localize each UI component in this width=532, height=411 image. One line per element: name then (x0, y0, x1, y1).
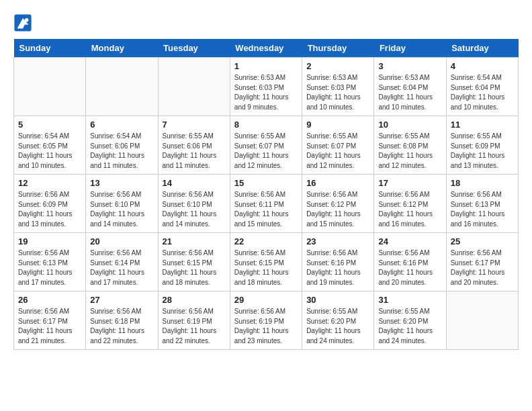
day-number: 27 (90, 295, 153, 305)
day-info: Sunrise: 6:56 AM Sunset: 6:17 PM Dayligh… (18, 307, 81, 346)
calendar-cell: 13Sunrise: 6:56 AM Sunset: 6:10 PM Dayli… (86, 175, 158, 233)
logo-icon (13, 13, 32, 32)
calendar-body: 1Sunrise: 6:53 AM Sunset: 6:03 PM Daylig… (14, 58, 519, 350)
calendar-cell: 25Sunrise: 6:56 AM Sunset: 6:17 PM Dayli… (446, 233, 518, 291)
calendar-cell: 21Sunrise: 6:56 AM Sunset: 6:15 PM Dayli… (158, 233, 230, 291)
day-number: 16 (306, 178, 369, 188)
calendar-cell: 23Sunrise: 6:56 AM Sunset: 6:16 PM Dayli… (302, 233, 374, 291)
day-info: Sunrise: 6:55 AM Sunset: 6:06 PM Dayligh… (163, 132, 226, 171)
day-number: 19 (18, 236, 81, 246)
calendar-cell: 27Sunrise: 6:56 AM Sunset: 6:18 PM Dayli… (86, 291, 158, 350)
calendar-cell: 29Sunrise: 6:56 AM Sunset: 6:19 PM Dayli… (230, 291, 302, 350)
calendar-cell (446, 291, 518, 350)
day-number: 12 (18, 178, 81, 188)
day-info: Sunrise: 6:56 AM Sunset: 6:15 PM Dayligh… (163, 248, 226, 287)
day-number: 5 (18, 120, 81, 130)
day-info: Sunrise: 6:56 AM Sunset: 6:19 PM Dayligh… (234, 307, 298, 346)
logo (13, 13, 35, 32)
calendar-cell: 1Sunrise: 6:53 AM Sunset: 6:03 PM Daylig… (230, 58, 302, 116)
day-info: Sunrise: 6:56 AM Sunset: 6:09 PM Dayligh… (18, 190, 81, 229)
calendar-cell: 14Sunrise: 6:56 AM Sunset: 6:10 PM Dayli… (158, 175, 230, 233)
day-info: Sunrise: 6:56 AM Sunset: 6:19 PM Dayligh… (163, 307, 226, 346)
day-info: Sunrise: 6:54 AM Sunset: 6:05 PM Dayligh… (18, 132, 81, 171)
calendar-cell: 7Sunrise: 6:55 AM Sunset: 6:06 PM Daylig… (158, 116, 230, 175)
day-number: 15 (234, 178, 298, 188)
weekday-header: Saturday (446, 39, 518, 58)
calendar-cell: 24Sunrise: 6:56 AM Sunset: 6:16 PM Dayli… (374, 233, 446, 291)
day-number: 23 (306, 236, 369, 246)
day-info: Sunrise: 6:56 AM Sunset: 6:18 PM Dayligh… (90, 307, 153, 346)
day-info: Sunrise: 6:56 AM Sunset: 6:10 PM Dayligh… (90, 190, 153, 229)
day-number: 9 (306, 120, 369, 130)
calendar-cell: 5Sunrise: 6:54 AM Sunset: 6:05 PM Daylig… (14, 116, 86, 175)
day-number: 20 (90, 236, 153, 246)
calendar-cell: 11Sunrise: 6:55 AM Sunset: 6:09 PM Dayli… (446, 116, 518, 175)
day-number: 25 (451, 236, 514, 246)
day-number: 10 (378, 120, 441, 130)
calendar-cell (86, 58, 158, 116)
calendar-cell (158, 58, 230, 116)
calendar-cell: 17Sunrise: 6:56 AM Sunset: 6:12 PM Dayli… (374, 175, 446, 233)
calendar-cell: 6Sunrise: 6:54 AM Sunset: 6:06 PM Daylig… (86, 116, 158, 175)
day-info: Sunrise: 6:56 AM Sunset: 6:12 PM Dayligh… (306, 190, 369, 229)
day-info: Sunrise: 6:55 AM Sunset: 6:07 PM Dayligh… (234, 132, 298, 171)
day-info: Sunrise: 6:56 AM Sunset: 6:17 PM Dayligh… (451, 248, 514, 287)
day-number: 2 (306, 61, 369, 71)
weekday-header: Tuesday (158, 39, 230, 58)
day-info: Sunrise: 6:55 AM Sunset: 6:08 PM Dayligh… (378, 132, 441, 171)
day-info: Sunrise: 6:53 AM Sunset: 6:03 PM Dayligh… (306, 73, 369, 112)
day-info: Sunrise: 6:56 AM Sunset: 6:10 PM Dayligh… (163, 190, 226, 229)
day-number: 14 (163, 178, 226, 188)
day-info: Sunrise: 6:55 AM Sunset: 6:09 PM Dayligh… (451, 132, 514, 171)
day-info: Sunrise: 6:55 AM Sunset: 6:20 PM Dayligh… (306, 307, 369, 346)
day-number: 29 (234, 295, 298, 305)
calendar-cell: 12Sunrise: 6:56 AM Sunset: 6:09 PM Dayli… (14, 175, 86, 233)
page-header (13, 13, 519, 32)
day-number: 1 (234, 61, 298, 71)
day-info: Sunrise: 6:55 AM Sunset: 6:07 PM Dayligh… (306, 132, 369, 171)
day-info: Sunrise: 6:56 AM Sunset: 6:16 PM Dayligh… (378, 248, 441, 287)
calendar-cell: 22Sunrise: 6:56 AM Sunset: 6:15 PM Dayli… (230, 233, 302, 291)
calendar-cell: 26Sunrise: 6:56 AM Sunset: 6:17 PM Dayli… (14, 291, 86, 350)
day-info: Sunrise: 6:53 AM Sunset: 6:04 PM Dayligh… (378, 73, 441, 112)
day-number: 3 (378, 61, 441, 71)
calendar-cell: 20Sunrise: 6:56 AM Sunset: 6:14 PM Dayli… (86, 233, 158, 291)
day-info: Sunrise: 6:55 AM Sunset: 6:20 PM Dayligh… (378, 307, 441, 346)
day-number: 18 (451, 178, 514, 188)
day-number: 7 (163, 120, 226, 130)
weekday-row: SundayMondayTuesdayWednesdayThursdayFrid… (14, 39, 519, 58)
day-info: Sunrise: 6:53 AM Sunset: 6:03 PM Dayligh… (234, 73, 298, 112)
calendar-cell: 18Sunrise: 6:56 AM Sunset: 6:13 PM Dayli… (446, 175, 518, 233)
calendar-table: SundayMondayTuesdayWednesdayThursdayFrid… (13, 39, 519, 350)
day-number: 31 (378, 295, 441, 305)
day-number: 17 (378, 178, 441, 188)
day-number: 26 (18, 295, 81, 305)
calendar-cell: 28Sunrise: 6:56 AM Sunset: 6:19 PM Dayli… (158, 291, 230, 350)
day-number: 13 (90, 178, 153, 188)
calendar-cell: 9Sunrise: 6:55 AM Sunset: 6:07 PM Daylig… (302, 116, 374, 175)
calendar-cell: 10Sunrise: 6:55 AM Sunset: 6:08 PM Dayli… (374, 116, 446, 175)
calendar-cell: 16Sunrise: 6:56 AM Sunset: 6:12 PM Dayli… (302, 175, 374, 233)
calendar-cell: 19Sunrise: 6:56 AM Sunset: 6:13 PM Dayli… (14, 233, 86, 291)
day-number: 28 (163, 295, 226, 305)
calendar-cell: 4Sunrise: 6:54 AM Sunset: 6:04 PM Daylig… (446, 58, 518, 116)
calendar-header: SundayMondayTuesdayWednesdayThursdayFrid… (14, 39, 519, 58)
day-number: 24 (378, 236, 441, 246)
weekday-header: Wednesday (230, 39, 302, 58)
weekday-header: Sunday (14, 39, 86, 58)
weekday-header: Friday (374, 39, 446, 58)
day-number: 22 (234, 236, 298, 246)
weekday-header: Monday (86, 39, 158, 58)
day-info: Sunrise: 6:56 AM Sunset: 6:14 PM Dayligh… (90, 248, 153, 287)
day-info: Sunrise: 6:56 AM Sunset: 6:12 PM Dayligh… (378, 190, 441, 229)
calendar-cell: 30Sunrise: 6:55 AM Sunset: 6:20 PM Dayli… (302, 291, 374, 350)
day-info: Sunrise: 6:56 AM Sunset: 6:11 PM Dayligh… (234, 190, 298, 229)
day-info: Sunrise: 6:56 AM Sunset: 6:15 PM Dayligh… (234, 248, 298, 287)
svg-point-2 (25, 18, 29, 22)
day-number: 21 (163, 236, 226, 246)
calendar-cell: 31Sunrise: 6:55 AM Sunset: 6:20 PM Dayli… (374, 291, 446, 350)
day-number: 8 (234, 120, 298, 130)
calendar-week-row: 12Sunrise: 6:56 AM Sunset: 6:09 PM Dayli… (14, 175, 519, 233)
calendar-cell: 2Sunrise: 6:53 AM Sunset: 6:03 PM Daylig… (302, 58, 374, 116)
day-number: 4 (451, 61, 514, 71)
